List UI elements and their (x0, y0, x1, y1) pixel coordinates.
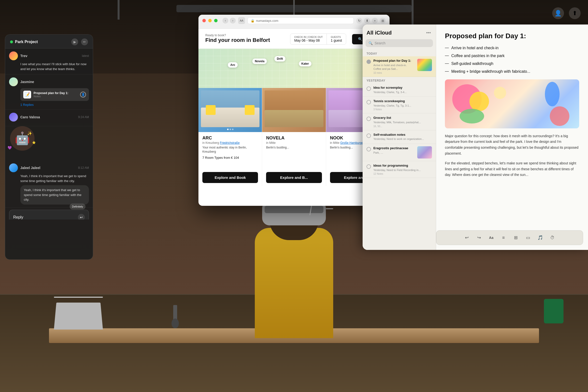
note-body-content-2: For the elevated, stepped benches, let's… (445, 161, 576, 177)
note-checkbox[interactable] (366, 147, 371, 152)
message-time: 9:24 AM (78, 116, 89, 119)
profile-icon[interactable]: 👤 (552, 7, 564, 19)
note-item-content: Idea for screenplay Yesterday, Clarke, T… (374, 86, 432, 94)
carousel-dot (227, 128, 228, 130)
forward-button[interactable]: › (230, 18, 236, 24)
guests-filter[interactable]: Guests 1 guest (327, 34, 346, 44)
hotel-name: NOVELA (266, 136, 322, 141)
reply-text: Yeah, I think it's important that we get… (24, 188, 86, 202)
note-list-item[interactable]: Idea for screenplay Yesterday, Clarke, T… (362, 83, 436, 97)
share-icon[interactable]: ⬆ (569, 7, 581, 19)
hotel-image-arc (198, 88, 262, 132)
url-text: numastays.com (256, 19, 278, 22)
definitely-tag: Definitely (70, 204, 86, 210)
note-list-item[interactable]: Ideas for programming Yesterday, Need to… (362, 161, 436, 178)
message-item: Trev latest I see what you mean! I'll st… (5, 48, 93, 74)
bullet-content: Coffee and pastries in the park (451, 53, 505, 59)
reader-mode-button[interactable]: AA (238, 17, 245, 24)
note-main-title: Proposed plan for Day 1: (445, 32, 579, 40)
note-checkbox[interactable] (366, 86, 371, 91)
reply-menu-item[interactable]: Reply ↩ (9, 211, 89, 220)
note-list-item[interactable]: Grocery list Yesterday, Milk, Tomatoes, … (362, 114, 436, 130)
desk-lamp (172, 305, 179, 328)
explore-book-button[interactable]: Explore and B... (266, 172, 322, 183)
note-list-item[interactable]: Proposed plan for Day 1: Arrive in hotel… (362, 56, 436, 77)
format-text-button[interactable]: Aa (487, 234, 496, 242)
pin-label: Novela (255, 60, 264, 63)
note-checkbox[interactable] (366, 164, 371, 169)
minimize-button[interactable] (208, 19, 212, 22)
note-checkbox[interactable] (366, 116, 371, 121)
note-attachment[interactable]: 📝 Proposed plan for Day 1: Notes 👤 (20, 88, 89, 101)
memoji-avatar: 🤖 (10, 126, 34, 151)
note-actions: 👤 (80, 92, 86, 98)
note-item-content: Proposed plan for Day 1: Arrive in hotel… (374, 59, 415, 74)
share-button[interactable]: ⬆ (364, 18, 370, 24)
art-shape (494, 87, 506, 99)
memoji-section: 🤖 ✨ 💜 ⭐ (5, 126, 93, 160)
checkin-date: May 06 (294, 38, 306, 42)
messages-panel-header: Park Project ▶ ✏ (5, 34, 93, 48)
pin-label: Arc (230, 63, 235, 67)
note-item-title: Grocery list (374, 116, 432, 120)
map-pin-arc[interactable]: Arc (228, 62, 238, 68)
map-pin-kater[interactable]: Kater (299, 61, 312, 66)
note-item-title: Proposed plan for Day 1: (374, 59, 415, 63)
note-thumbnail (417, 59, 432, 71)
sender-name: Jaleel Jaleel (20, 166, 40, 170)
notes-panel: All iCloud ••• 🔍 Search Today Proposed p… (362, 24, 588, 250)
street-link[interactable]: Friedrichstraße (220, 141, 240, 144)
room-types: 7 Room Types (202, 156, 223, 160)
audio-button[interactable]: 🎵 (536, 234, 544, 242)
table-button[interactable]: ⊞ (512, 234, 520, 242)
note-checkbox[interactable] (366, 60, 371, 64)
note-body-text: Major question for this concept: how doe… (445, 133, 579, 156)
map-pin-novela[interactable]: Novela (252, 58, 267, 64)
list-format-button[interactable]: ≡ (499, 234, 508, 242)
close-button[interactable] (202, 19, 206, 22)
hotel-location: in Kreuzberg Friedrichstraße (202, 141, 258, 144)
new-tab-button[interactable]: + (372, 18, 378, 24)
bullet-content: Meeting + bridge walkthrough with fabric… (451, 68, 530, 74)
today-section-header: Today (362, 50, 436, 56)
replies-count[interactable]: 1 Replies (9, 103, 89, 106)
map-pin-drift[interactable]: Drift (274, 56, 286, 62)
compose-icon[interactable]: ✏ (81, 38, 88, 45)
address-bar[interactable]: 🔒 numastays.com (248, 18, 354, 24)
note-item-meta: 16, 50... (374, 125, 432, 128)
note-checkbox[interactable] (366, 100, 371, 104)
note-checkbox[interactable] (366, 134, 371, 138)
note-item-title: Eragrostis pectinaceae (374, 146, 415, 150)
notes-search[interactable]: 🔍 Search (366, 39, 433, 47)
emoji-decoration: 💜 (8, 146, 12, 150)
notes-toolbar: ↩ ↪ Aa ≡ ⊞ ▭ 🎵 ⏱ (436, 230, 583, 245)
back-button[interactable]: ‹ (222, 18, 228, 24)
message-header: Jaleel Jaleel 8:12 AM (9, 164, 89, 172)
note-list-item[interactable]: Self-evaluation notes Yesterday, Need to… (362, 130, 436, 144)
hotel-description: Berlin's bustling... (266, 146, 322, 150)
more-options-icon[interactable]: ••• (425, 30, 432, 36)
video-icon[interactable]: ▶ (71, 38, 78, 45)
timer-button[interactable]: ⏱ (548, 234, 557, 242)
hotel-name: ARC (202, 136, 258, 141)
tabs-button[interactable]: ⊞ (380, 18, 386, 24)
emoji-decoration: ⭐ (32, 141, 36, 144)
date-guest-filters: Check In | Check Out May 06 - May 08 Gue… (290, 34, 346, 44)
refresh-button[interactable]: ↻ (356, 18, 362, 24)
redo-button[interactable]: ↪ (475, 234, 483, 242)
maximize-button[interactable] (214, 19, 218, 22)
note-item-preview: Park, … (374, 151, 415, 154)
explore-book-button[interactable]: Explore and Book (202, 172, 258, 183)
checkin-checkout-filter[interactable]: Check In | Check Out May 06 - May 08 (290, 34, 327, 44)
note-item-preview: Yesterday, Clarke, Tg, Tg, 3-1... (374, 104, 432, 108)
media-button[interactable]: ▭ (524, 234, 532, 242)
map-area[interactable]: Arc Novela Drift Kater © OpenStreetMap (198, 49, 390, 88)
note-list-item[interactable]: Tennis scorekeeping Yesterday, Clarke, T… (362, 97, 436, 114)
note-bullet-item: — Self-guided walkthrough (445, 61, 579, 67)
context-menu: Reply ↩ Copy ⊕ More... ••• (9, 210, 89, 220)
note-item-title: Tennis scorekeeping (374, 99, 432, 104)
undo-button[interactable]: ↩ (462, 234, 471, 242)
note-item-preview: Yesterday, Need to Field Recording in... (374, 168, 432, 172)
note-list-item[interactable]: Eragrostis pectinaceae Park, … (362, 144, 436, 161)
hotel-listings: ARC in Kreuzberg Friedrichstraße Your mo… (198, 88, 390, 186)
